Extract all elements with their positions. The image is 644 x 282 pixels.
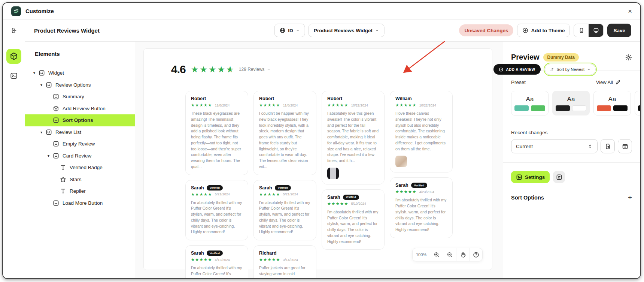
- tree-item-label: Add Review Button: [63, 106, 106, 111]
- tree-item-card-review[interactable]: ▾Card Review: [25, 150, 135, 162]
- settings-panel: Preview Dummy Data Preset View All —: [503, 42, 640, 278]
- tree-item-label: Verified Badge: [70, 165, 103, 170]
- chevron-down-icon: [375, 28, 379, 33]
- tree-item-replier[interactable]: Replier: [25, 185, 135, 197]
- tree-item-stars[interactable]: Stars: [25, 174, 135, 186]
- tree-item-widget[interactable]: ▾Widget: [25, 67, 135, 79]
- review-card[interactable]: Robert★★★★★11/8/2024These black eyeglass…: [185, 91, 248, 175]
- preset-swatch[interactable]: Aa: [593, 91, 631, 116]
- tree-item-summary[interactable]: Summary: [25, 91, 135, 103]
- review-card[interactable]: SarahVerified★★★★★5/21/2024I'm absolutel…: [253, 180, 316, 241]
- review-photo-thumbnail[interactable]: [395, 156, 407, 167]
- tree-item-empty-review[interactable]: Empty Review: [25, 138, 135, 150]
- add-to-theme-button[interactable]: Add to Theme: [517, 24, 570, 37]
- titlebar: Customize ×: [3, 3, 640, 20]
- elements-mode-button[interactable]: [6, 49, 21, 64]
- archive-version-button[interactable]: [618, 139, 632, 153]
- add-sort-option-icon[interactable]: +: [628, 194, 632, 202]
- settings-tab-button[interactable]: Settings: [511, 171, 550, 183]
- zoom-out-icon[interactable]: [443, 248, 456, 261]
- review-stars-row: ★★★★★10/22/2024: [327, 103, 379, 108]
- plus-circle-icon: [522, 27, 528, 33]
- review-date: 4/23/2024: [419, 190, 434, 194]
- review-card[interactable]: Richard★★★★★3/14/2024Puffer jackets are …: [253, 245, 316, 279]
- sliders-icon: [516, 174, 522, 180]
- preset-swatch-label: Aa: [567, 96, 575, 103]
- tree-item-review-list[interactable]: ▾Review List: [25, 126, 135, 138]
- id-dropdown[interactable]: ID: [274, 24, 305, 37]
- review-card[interactable]: SarahVerified★★★★★4/23/2024I'm absolutel…: [390, 177, 453, 238]
- review-card[interactable]: SarahVerified★★★★★5/21/2024I'm absolutel…: [185, 180, 248, 241]
- review-card[interactable]: Robert★★★★★11/8/2024I couldn't be happie…: [253, 91, 316, 175]
- caret-down-icon[interactable]: ▾: [48, 154, 53, 158]
- preset-swatch[interactable]: Aa: [511, 91, 549, 116]
- reviews-count[interactable]: 129 Reviews: [239, 67, 271, 72]
- page-title: Product Reviews Widget: [34, 27, 100, 34]
- help-icon[interactable]: [469, 248, 482, 261]
- tree-item-verified-badge[interactable]: Verified Badge: [25, 162, 135, 174]
- review-stars-icon: ★★★★★: [395, 189, 417, 194]
- reviewer-name: Robert: [327, 96, 342, 101]
- widget-dropdown[interactable]: Product Reviews Widget: [309, 24, 385, 37]
- zoom-in-icon[interactable]: [430, 248, 443, 261]
- caret-down-icon[interactable]: ▾: [33, 71, 39, 75]
- review-stars-row: ★★★★★4/23/2024: [395, 189, 447, 194]
- recent-changes-select[interactable]: Current: [511, 139, 598, 153]
- preset-swatch[interactable]: Aa: [552, 91, 590, 116]
- cube-icon: [53, 105, 59, 112]
- chevron-down-icon: [296, 28, 300, 33]
- color-chips: [556, 105, 586, 111]
- desktop-view-button[interactable]: [589, 24, 603, 37]
- caret-down-icon[interactable]: ▾: [40, 83, 46, 87]
- component-icon: [53, 141, 59, 147]
- review-card[interactable]: Robert★★★★★10/22/2024I absolutely love t…: [322, 91, 385, 184]
- restore-version-button[interactable]: [601, 139, 615, 153]
- review-text: I love these canvas sneakers! They're no…: [395, 111, 447, 152]
- pan-hand-icon[interactable]: [456, 248, 469, 261]
- view-all-label: View All: [596, 80, 613, 85]
- mobile-view-button[interactable]: [574, 24, 589, 37]
- star-icon: ★: [209, 64, 218, 75]
- tree-item-review-options[interactable]: ▾Review Options: [25, 79, 135, 91]
- save-button[interactable]: Save: [607, 24, 631, 37]
- tree-item-load-more-button[interactable]: Load More Button: [25, 197, 135, 209]
- color-chips: [597, 105, 628, 111]
- reviewer-name: William: [395, 96, 412, 101]
- view-all-button[interactable]: View All: [596, 80, 621, 85]
- collapse-section-button[interactable]: —: [626, 79, 632, 86]
- gear-icon[interactable]: [625, 54, 632, 61]
- review-date: 5/21/2024: [215, 192, 230, 196]
- close-icon[interactable]: ×: [628, 8, 632, 15]
- reviews-summary-row: 4.6 ★★★★☆★ 129 Reviews ADD A REVIEW: [171, 63, 596, 76]
- review-card[interactable]: SarahVerified★★★★★4/12/2024I'm absolutel…: [185, 245, 248, 279]
- exit-icon[interactable]: [10, 27, 17, 34]
- tree-item-add-review-button[interactable]: Add Review Button: [25, 103, 135, 115]
- customize-window: Customize × Product Reviews Widget ID: [2, 2, 641, 279]
- review-card[interactable]: SarahVerified★★★★★5/10/2024I'm absolutel…: [322, 189, 385, 250]
- sort-by-newest-dropdown[interactable]: Sort by Newest: [545, 64, 596, 75]
- review-text: I absolutely love this green sweater! Th…: [327, 111, 379, 164]
- left-icon-rail: [3, 20, 25, 278]
- color-chip: [597, 105, 611, 111]
- review-stars-row: ★★★★★11/8/2024: [259, 103, 311, 108]
- review-card[interactable]: William★★★★★10/22/2024I love these canva…: [390, 91, 453, 172]
- preview-panel-title: Preview: [511, 53, 540, 62]
- translate-tab-button[interactable]: [553, 171, 565, 183]
- verified-badge: Verified: [275, 185, 291, 190]
- component-icon: [39, 70, 45, 76]
- preset-swatch[interactable]: Aa: [635, 91, 640, 116]
- text-icon: [60, 188, 66, 194]
- preset-swatches: AaAaAaAa: [511, 91, 632, 116]
- review-date: 4/12/2024: [215, 258, 230, 262]
- review-photo-thumbnail[interactable]: [327, 168, 339, 179]
- tree-item-sort-options[interactable]: Sort Options: [25, 114, 135, 126]
- terminal-icon[interactable]: [10, 72, 18, 80]
- elements-panel-title: Elements: [25, 51, 135, 57]
- caret-down-icon[interactable]: ▾: [40, 130, 46, 134]
- review-text: I'm absolutely thrilled with my Puffer C…: [259, 200, 311, 236]
- verified-badge: Verified: [343, 195, 359, 200]
- review-card-column: Robert★★★★★10/22/2024I absolutely love t…: [322, 91, 385, 279]
- document-arrow-icon: [605, 143, 611, 150]
- add-a-review-button[interactable]: ADD A REVIEW: [493, 64, 541, 75]
- cube-icon: [10, 52, 18, 60]
